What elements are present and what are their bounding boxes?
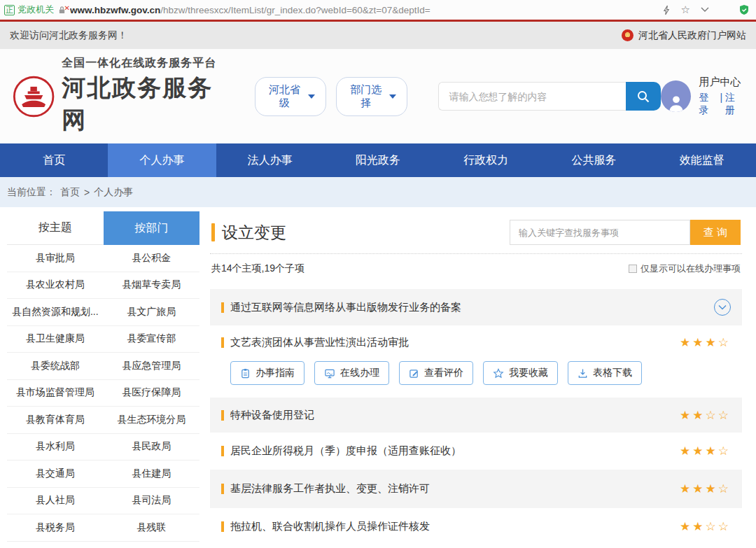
favorite-button[interactable]: 我要收藏 bbox=[483, 361, 558, 385]
dept-button[interactable]: 县教育体育局 bbox=[7, 407, 104, 433]
rating-stars: ★★★☆ bbox=[680, 482, 731, 496]
service-item[interactable]: 通过互联网等信息网络从事出版物发行业务的备案 bbox=[210, 289, 742, 325]
header-search-input[interactable] bbox=[438, 82, 626, 111]
grid-apps-icon[interactable] bbox=[720, 6, 729, 15]
chevron-down-icon[interactable] bbox=[701, 7, 709, 13]
site-logo[interactable]: 全国一体化在线政务服务平台 河北政务服务网 bbox=[13, 56, 228, 136]
tab-by-department[interactable]: 按部门 bbox=[104, 211, 200, 245]
service-list-panel: 设立变更 查 询 共14个主项,19个子项 仅显示可以在线办理事项 通过互联网等… bbox=[210, 211, 742, 548]
dept-button[interactable]: 县人社局 bbox=[7, 488, 104, 514]
rating-stars: ★★☆☆ bbox=[680, 408, 731, 423]
star-outline-icon bbox=[493, 368, 504, 379]
tab-by-theme[interactable]: 按主题 bbox=[7, 211, 104, 245]
rating-stars: ★★★☆ bbox=[680, 444, 731, 458]
search-icon bbox=[636, 90, 650, 104]
dept-button[interactable]: 县税务局 bbox=[7, 514, 104, 541]
dept-button[interactable]: 县烟草专卖局 bbox=[104, 272, 200, 299]
site-type-label: 党政机关 bbox=[18, 3, 54, 16]
dept-button[interactable]: 县农业农村局 bbox=[7, 272, 104, 299]
nav-item-home[interactable]: 首页 bbox=[0, 143, 108, 177]
person-icon bbox=[666, 92, 687, 112]
dept-button[interactable]: 县市场监督管理局 bbox=[7, 380, 104, 407]
user-avatar[interactable] bbox=[661, 80, 690, 112]
guide-button[interactable]: 办事指南 bbox=[230, 361, 304, 385]
dept-button[interactable]: 县残联 bbox=[104, 514, 200, 541]
dept-button[interactable]: 县委宣传部 bbox=[104, 326, 200, 353]
rating-stars: ★★★☆ bbox=[680, 335, 731, 350]
breadcrumb: 当前位置：首页 > 个人办事 bbox=[0, 177, 756, 207]
service-item-expanded: 文艺表演团体从事营业性演出活动审批 ★★★☆ 办事指南 在线办理 bbox=[210, 325, 742, 396]
nav-item-public-service[interactable]: 公共服务 bbox=[540, 143, 648, 177]
browser-address-bar: 正 党政机关 ✕ www.hbzwfw.gov.cn/hbzw/threesxc… bbox=[0, 0, 756, 20]
site-header: 全国一体化在线政务服务平台 河北政务服务网 河北省级 部门选择 用户中心 bbox=[0, 49, 756, 143]
dept-button[interactable]: 县委统战部 bbox=[7, 353, 104, 379]
monitor-icon bbox=[324, 368, 335, 379]
nav-item-personal[interactable]: 个人办事 bbox=[108, 143, 216, 177]
lightning-icon[interactable] bbox=[663, 5, 671, 15]
department-dropdown[interactable]: 部门选择 bbox=[336, 77, 407, 116]
main-nav: 首页 个人办事 法人办事 阳光政务 行政权力 公共服务 效能监督 bbox=[0, 143, 756, 177]
shield-icon[interactable] bbox=[739, 4, 749, 15]
site-seal-icon bbox=[13, 74, 55, 119]
dept-button[interactable]: 县水利局 bbox=[7, 434, 104, 461]
welcome-bar: 欢迎访问河北政务服务网！ ★ 河北省人民政府门户网站 bbox=[0, 22, 756, 49]
register-link[interactable]: 注册 bbox=[725, 92, 743, 117]
dept-button[interactable]: 县交通局 bbox=[7, 461, 104, 487]
query-button[interactable]: 查 询 bbox=[690, 220, 741, 245]
page-title: 设立变更 bbox=[211, 222, 286, 244]
dept-button[interactable]: 县应急管理局 bbox=[104, 353, 200, 379]
bookmark-star-icon[interactable]: ☆ bbox=[681, 3, 690, 16]
stats-text: 共14个主项,19个子项 bbox=[211, 262, 304, 275]
clipboard-icon bbox=[240, 368, 251, 379]
service-item[interactable]: 拖拉机、联合收割机操作人员操作证件核发 ★★☆☆ bbox=[210, 508, 742, 545]
breadcrumb-current: 个人办事 bbox=[94, 186, 133, 199]
edit-icon bbox=[409, 368, 419, 379]
department-sidebar: 按主题 按部门 县审批局县公积金 县农业农村局县烟草专卖局 县自然资源和规划..… bbox=[7, 211, 200, 548]
nav-item-efficiency[interactable]: 效能监督 bbox=[648, 143, 756, 177]
header-search bbox=[438, 82, 661, 111]
user-center-link[interactable]: 用户中心 bbox=[699, 76, 743, 89]
form-download-button[interactable]: 表格下载 bbox=[568, 361, 642, 385]
gov-portal-link[interactable]: 河北省人民政府门户网站 bbox=[638, 29, 746, 42]
breadcrumb-home[interactable]: 首页 bbox=[60, 186, 80, 199]
dept-button[interactable]: 县住建局 bbox=[104, 461, 200, 487]
login-link[interactable]: 登录 bbox=[699, 92, 718, 117]
service-item[interactable]: 特种设备使用登记 ★★☆☆ bbox=[210, 398, 742, 433]
expand-chevron-icon[interactable] bbox=[714, 299, 731, 316]
online-only-checkbox[interactable] bbox=[629, 265, 637, 273]
dept-button[interactable]: 县医疗保障局 bbox=[104, 380, 200, 407]
service-item[interactable]: 基层法律服务工作者执业、变更、注销许可 ★★★☆ bbox=[210, 470, 742, 508]
caret-down-icon bbox=[308, 94, 315, 99]
dept-button[interactable]: 县自然资源和规划... bbox=[7, 299, 104, 325]
service-search-input[interactable] bbox=[510, 220, 690, 245]
download-icon bbox=[578, 368, 588, 379]
national-emblem-icon: ★ bbox=[622, 29, 634, 41]
dept-button[interactable]: 县生态环境分局 bbox=[104, 407, 200, 433]
view-review-button[interactable]: 查看评价 bbox=[399, 361, 473, 385]
online-handle-button[interactable]: 在线办理 bbox=[314, 361, 389, 385]
header-search-button[interactable] bbox=[626, 82, 661, 111]
dept-button[interactable]: 县公积金 bbox=[104, 245, 200, 272]
service-search: 查 询 bbox=[510, 220, 741, 245]
region-dropdown[interactable]: 河北省级 bbox=[255, 77, 326, 116]
dept-button[interactable]: 县司法局 bbox=[104, 488, 200, 514]
rating-stars: ★★☆☆ bbox=[680, 519, 731, 534]
nav-item-open-gov[interactable]: 阳光政务 bbox=[324, 143, 432, 177]
online-only-filter[interactable]: 仅显示可以在线办理事项 bbox=[629, 262, 741, 275]
title-accent-bar bbox=[211, 223, 215, 241]
insecure-lock-icon[interactable]: ✕ bbox=[58, 6, 66, 15]
caret-down-icon bbox=[389, 94, 396, 99]
url-text[interactable]: www.hbzwfw.gov.cn/hbzw/threesxcx/ItemLis… bbox=[70, 5, 430, 15]
dept-button[interactable]: 县审批局 bbox=[7, 245, 104, 272]
site-title: 河北政务服务网 bbox=[62, 72, 227, 136]
welcome-text: 欢迎访问河北政务服务网！ bbox=[10, 29, 127, 42]
dept-button[interactable]: 县民政局 bbox=[104, 434, 200, 461]
service-item[interactable]: 居民企业所得税月（季）度申报（适用查账征收） ★★★☆ bbox=[210, 433, 742, 470]
platform-title: 全国一体化在线政务服务平台 bbox=[62, 56, 227, 71]
nav-item-legal-person[interactable]: 法人办事 bbox=[216, 143, 324, 177]
browser-window: 正 党政机关 ✕ www.hbzwfw.gov.cn/hbzw/threesxc… bbox=[0, 0, 756, 548]
nav-item-admin-power[interactable]: 行政权力 bbox=[432, 143, 540, 177]
dept-button[interactable]: 县卫生健康局 bbox=[7, 326, 104, 353]
site-verify-badge: 正 bbox=[4, 5, 15, 15]
dept-button[interactable]: 县文广旅局 bbox=[104, 299, 200, 325]
